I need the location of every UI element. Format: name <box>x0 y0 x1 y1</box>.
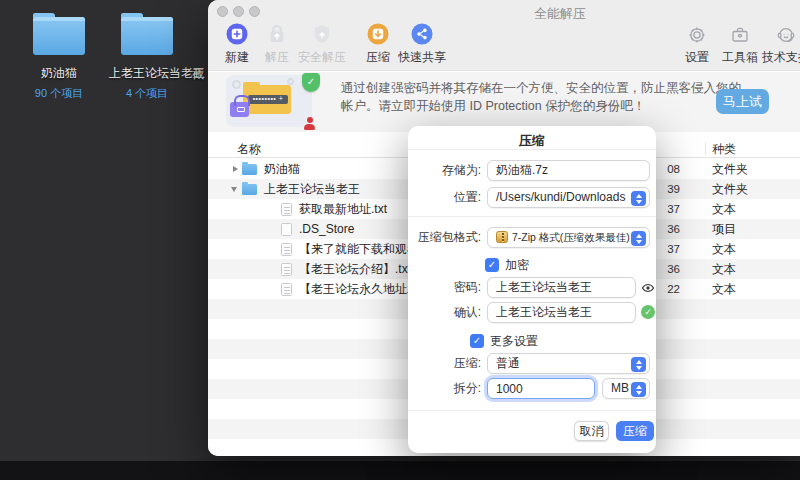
toolbar-support-button[interactable]: 技术支持 <box>762 23 800 66</box>
id-protection-banner: 通过创建强密码并将其存储在一个方便、安全的位置，防止黑客侵入您的 帐户。请立即开… <box>208 72 800 132</box>
file-kind: 文件夹 <box>712 159 748 179</box>
text-file-icon <box>281 283 292 296</box>
shield-extract-icon <box>311 23 333 45</box>
dialog-title: 压缩 <box>408 126 656 150</box>
confirm-input[interactable] <box>487 302 636 323</box>
file-kind: 文本 <box>712 239 736 259</box>
divider <box>408 410 656 411</box>
file-date-suffix: 36 <box>652 259 680 279</box>
share-icon <box>411 23 433 45</box>
desktop-folder-laowang[interactable]: 上老王论坛当老王 4 个项目 <box>109 13 185 101</box>
desktop-folder-label-clipped[interactable]: 截 <box>192 66 204 83</box>
password-label: 密码: <box>454 277 481 298</box>
file-kind: 文本 <box>712 279 736 299</box>
format-value: 7-Zip 格式(压缩效果最佳) <box>512 231 630 243</box>
desktop-folder-naiyoumao[interactable]: 奶油猫 90 个项目 <box>21 13 97 101</box>
shield-check-icon <box>302 73 320 92</box>
file-name: 奶油猫 <box>264 159 300 179</box>
column-divider[interactable] <box>705 142 706 155</box>
toolbar-label: 解压 <box>265 49 289 66</box>
split-unit-value: MB <box>611 381 629 395</box>
save-as-input[interactable] <box>487 160 650 181</box>
file-date-suffix: 39 <box>652 179 680 199</box>
window-title: 全能解压 <box>534 5 586 23</box>
file-date-suffix: 37 <box>652 239 680 259</box>
file-kind: 项目 <box>712 219 736 239</box>
minimize-icon[interactable] <box>233 6 244 17</box>
stepper-icon[interactable] <box>631 191 646 206</box>
compress-icon <box>367 23 389 45</box>
location-label: 位置: <box>454 187 481 208</box>
close-icon[interactable] <box>217 6 228 17</box>
password-row: 密码: <box>408 277 656 298</box>
file-date-suffix: 08 <box>652 159 680 179</box>
toolbar-quick-share-button[interactable]: 快速共享 <box>398 23 446 66</box>
file-kind: 文本 <box>712 199 736 219</box>
desktop-folder-count: 4 个项目 <box>109 86 185 101</box>
split-size-input[interactable] <box>487 378 595 399</box>
column-header-name[interactable]: 名称 <box>237 141 261 158</box>
split-unit-select[interactable]: MB <box>602 378 650 399</box>
split-row: 拆分: MB <box>408 378 656 399</box>
password-input[interactable] <box>487 277 636 298</box>
stepper-icon[interactable] <box>631 382 646 397</box>
confirm-label: 确认: <box>454 302 481 323</box>
security-illustration <box>226 75 312 127</box>
desktop: { "desktop": { "icons": [ { "name": "奶油猫… <box>0 0 800 480</box>
format-label: 压缩包格式: <box>418 227 481 248</box>
compress-button[interactable]: 压缩 <box>616 421 654 441</box>
level-label: 压缩: <box>454 353 481 374</box>
try-now-button[interactable]: 马上试 <box>716 89 769 114</box>
toolbar-toolbox-button[interactable]: 工具箱 <box>722 23 758 66</box>
confirm-row: 确认: <box>408 302 656 323</box>
toolbar-label: 快速共享 <box>398 49 446 66</box>
traffic-lights[interactable] <box>217 6 260 17</box>
desktop-folder-label: 上老王论坛当老王 <box>109 65 185 82</box>
text-file-icon <box>281 203 292 216</box>
encrypt-row: 加密 <box>408 255 656 276</box>
eye-icon[interactable] <box>641 281 655 298</box>
more-settings-label: 更多设置 <box>490 331 538 352</box>
disclosure-expanded-icon[interactable] <box>231 187 237 192</box>
file-date-suffix: 36 <box>652 219 680 239</box>
titlebar: 全能解压 新建 解压 安全解压 压缩 快速共享 设置 工具箱 <box>208 0 800 71</box>
column-header-kind[interactable]: 种类 <box>712 141 736 158</box>
file-name: 上老王论坛当老王 <box>264 179 360 199</box>
save-as-label: 存储为: <box>442 160 481 181</box>
more-settings-checkbox[interactable] <box>470 334 484 348</box>
toolbar-label: 设置 <box>685 49 709 66</box>
lock-icon <box>230 102 249 117</box>
toolbar-settings-button[interactable]: 设置 <box>685 23 709 66</box>
bottom-edge-bar <box>0 461 800 480</box>
toolbar-new-button[interactable]: 新建 <box>225 23 249 66</box>
level-select[interactable]: 普通 <box>487 353 650 374</box>
toolbar-label: 新建 <box>225 49 249 66</box>
cancel-button[interactable]: 取消 <box>574 421 609 441</box>
file-date-suffix: 22 <box>652 279 680 299</box>
split-label: 拆分: <box>454 378 481 399</box>
password-match-check-icon <box>641 305 655 319</box>
zoom-icon[interactable] <box>249 6 260 17</box>
location-select[interactable]: /Users/kundi/Downloads <box>487 187 650 208</box>
extract-lock-icon <box>266 23 288 45</box>
file-name: 【老王论坛介绍】.txt <box>299 259 411 279</box>
toolbar-label: 压缩 <box>366 49 390 66</box>
compress-dialog: 压缩 存储为: 位置: /Users/kundi/Downloads 压缩包格式… <box>408 126 656 453</box>
file-name: .DS_Store <box>299 219 354 239</box>
folder-icon <box>121 17 173 55</box>
encrypt-checkbox[interactable] <box>485 258 499 272</box>
stepper-icon[interactable] <box>631 357 646 372</box>
disclosure-collapsed-icon[interactable] <box>233 166 238 172</box>
format-select[interactable]: 7-Zip 格式(压缩效果最佳) <box>487 227 650 248</box>
desktop-folder-label: 奶油猫 <box>21 65 97 82</box>
toolbar-label: 技术支持 <box>762 49 800 66</box>
more-settings-row: 更多设置 <box>408 331 656 352</box>
toolbar-extract-button[interactable]: 解压 <box>265 23 289 66</box>
folder-icon <box>242 164 257 175</box>
plain-file-icon <box>281 223 292 236</box>
stepper-icon[interactable] <box>631 231 646 246</box>
toolbar-safe-extract-button[interactable]: 安全解压 <box>298 23 346 66</box>
toolbar-compress-button[interactable]: 压缩 <box>366 23 390 66</box>
folder-icon <box>242 184 257 195</box>
file-kind: 文本 <box>712 259 736 279</box>
